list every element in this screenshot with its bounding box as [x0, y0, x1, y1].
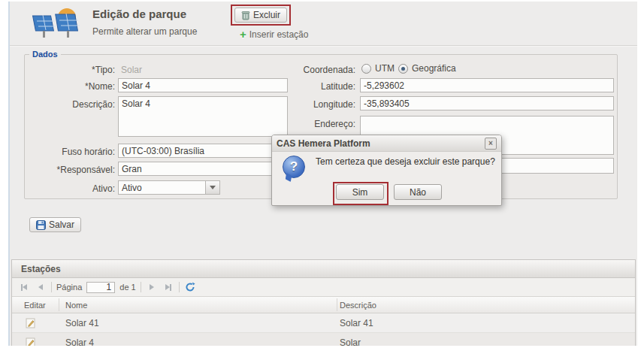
radio-utm-label: UTM — [375, 63, 395, 74]
paging-toolbar: Página de 1 — [12, 278, 635, 297]
page-next-button[interactable] — [146, 281, 158, 293]
responsavel-label: *Responsável: — [25, 165, 115, 175]
latitude-input[interactable] — [360, 78, 614, 92]
delete-park-button[interactable]: Excluir — [234, 8, 287, 23]
trash-icon — [241, 11, 250, 20]
page-prev-button[interactable] — [35, 281, 47, 293]
ativo-select-trigger[interactable] — [205, 181, 219, 194]
delete-button-label: Excluir — [253, 10, 280, 20]
page-last-button[interactable] — [162, 281, 174, 293]
latitude-label: Latitude: — [235, 81, 355, 92]
page-number-input[interactable] — [86, 282, 115, 293]
solar-park-icon — [29, 5, 88, 43]
dialog-message: Tem certeza que deseja excluir este parq… — [316, 156, 495, 167]
page-prev-icon — [38, 284, 43, 290]
refresh-button[interactable] — [184, 281, 196, 293]
table-row[interactable]: Solar 41 Solar 41 — [12, 313, 635, 333]
tipo-value: Solar — [121, 65, 142, 75]
question-glyph: ? — [290, 159, 298, 174]
plus-icon: + — [240, 31, 246, 38]
ativo-selected-value: Ativo — [119, 183, 205, 193]
page-of-label: de 1 — [119, 283, 135, 292]
insert-station-label: Inserir estação — [249, 29, 309, 40]
page-label: Página — [56, 283, 82, 292]
stations-panel: Estações Página de 1 Editar Nome — [11, 259, 636, 346]
longitude-input[interactable] — [360, 96, 614, 110]
refresh-icon — [185, 282, 195, 292]
stations-panel-title: Estações — [21, 264, 61, 274]
endereco-label: Endereço: — [235, 119, 355, 129]
page-first-icon — [23, 284, 27, 290]
column-header-descricao[interactable]: Descrição — [340, 297, 376, 313]
ativo-select[interactable]: Ativo — [118, 180, 220, 195]
header-divider — [10, 45, 637, 47]
page-title: Edição de parque — [92, 8, 186, 20]
dialog-close-button[interactable]: × — [485, 138, 497, 150]
toolbar-separator — [179, 282, 180, 292]
edit-row-button[interactable] — [26, 313, 36, 332]
annotation-box-excluir: Excluir — [231, 5, 291, 26]
fuso-label: Fuso horário: — [25, 147, 115, 157]
question-icon: ? — [283, 156, 305, 178]
confirm-no-button[interactable]: Não — [394, 184, 442, 200]
page-subtitle: Permite alterar um parque — [92, 26, 197, 37]
nome-label: *Nome: — [25, 81, 115, 92]
save-icon — [36, 220, 46, 230]
page-next-icon — [150, 284, 154, 290]
edit-row-button[interactable] — [26, 333, 36, 346]
dialog-titlebar[interactable]: CAS Hemera Platform × — [272, 135, 501, 152]
confirm-dialog: CAS Hemera Platform × ? Tem certeza que … — [271, 135, 502, 206]
page-last-icon — [170, 284, 171, 291]
radio-geografica[interactable] — [398, 64, 408, 74]
longitude-label: Longitude: — [235, 99, 355, 110]
cell-nome: Solar 4 — [65, 333, 94, 346]
dados-legend: Dados — [29, 50, 61, 59]
screenshot-root: Edição de parque Permite alterar um parq… — [0, 0, 644, 351]
chevron-down-icon — [210, 186, 216, 189]
edit-icon — [26, 318, 36, 328]
column-divider — [59, 298, 59, 311]
column-divider — [337, 298, 337, 311]
save-button-label: Salvar — [49, 219, 74, 230]
tipo-label: *Tipo: — [25, 65, 115, 75]
descricao-label: Descrição: — [25, 99, 115, 110]
toolbar-separator — [51, 282, 52, 292]
cell-descricao: Solar 41 — [340, 313, 373, 332]
save-button[interactable]: Salvar — [29, 217, 81, 232]
table-row[interactable]: Solar 4 Solar — [12, 333, 635, 346]
fuso-horario-input[interactable] — [118, 144, 288, 158]
dialog-title: CAS Hemera Platform — [277, 138, 370, 149]
close-icon: × — [488, 140, 493, 147]
ativo-label: Ativo: — [25, 183, 115, 194]
radio-utm[interactable] — [361, 64, 371, 74]
responsavel-input[interactable] — [118, 162, 288, 176]
confirm-yes-button[interactable]: Sim — [336, 184, 384, 200]
cell-descricao: Solar — [340, 333, 361, 346]
column-header-nome[interactable]: Nome — [65, 297, 87, 313]
stations-panel-header: Estações — [12, 260, 635, 278]
radio-geografica-label: Geográfica — [412, 63, 456, 74]
coordenada-label: Coordenada: — [235, 65, 355, 75]
cell-nome: Solar 41 — [65, 313, 99, 332]
toolbar-separator — [141, 282, 141, 292]
column-header-editar[interactable]: Editar — [24, 297, 46, 313]
edit-icon — [26, 337, 36, 346]
grid-header: Editar Nome Descrição — [12, 297, 635, 313]
page-first-button[interactable] — [18, 281, 30, 293]
insert-station-button[interactable]: + Inserir estação — [240, 29, 308, 40]
